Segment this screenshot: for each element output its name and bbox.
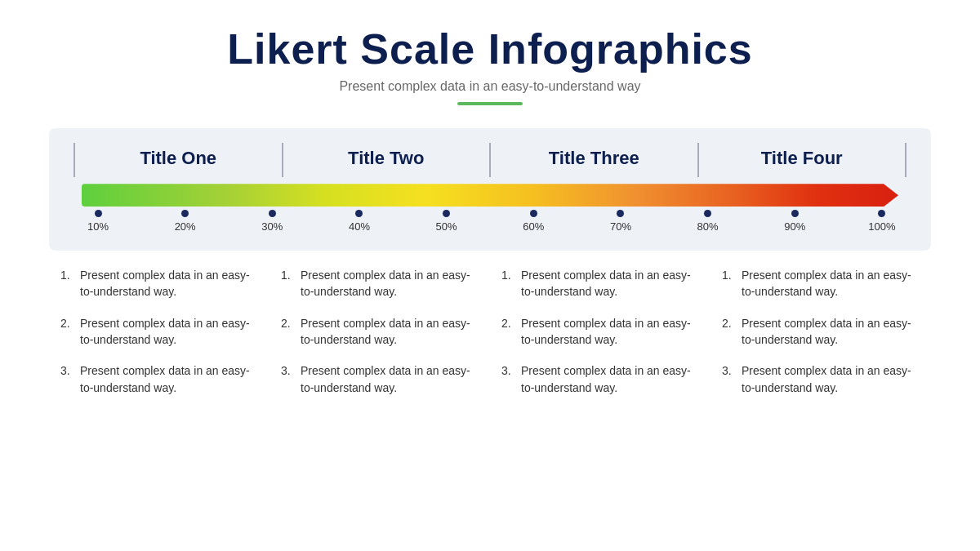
list-col-four: Present complex data in an easy-to-under… <box>710 267 931 411</box>
tick-80: 80% <box>692 210 724 233</box>
list-item: Present complex data in an easy-to-under… <box>722 315 920 349</box>
list-item: Present complex data in an easy-to-under… <box>60 315 258 349</box>
tick-label: 70% <box>610 220 631 233</box>
tick-dot <box>443 210 450 217</box>
page-header: Likert Scale Infographics Present comple… <box>227 0 752 113</box>
tick-label: 50% <box>436 220 457 233</box>
list-item: Present complex data in an easy-to-under… <box>281 362 479 396</box>
list-four: Present complex data in an easy-to-under… <box>722 267 920 396</box>
ticks-row: 10% 20% 30% 40% 50% 60% <box>82 210 898 233</box>
tick-dot <box>181 210 189 217</box>
tick-30: 30% <box>256 210 288 233</box>
list-item: Present complex data in an easy-to-under… <box>281 315 479 349</box>
list-item: Present complex data in an easy-to-under… <box>722 362 920 396</box>
list-item: Present complex data in an easy-to-under… <box>60 362 258 396</box>
col-header-three: Title Three <box>491 143 699 177</box>
tick-dot <box>95 210 102 217</box>
chart-container: Title One Title Two Title Three Title Fo… <box>49 128 931 251</box>
list-item: Present complex data in an easy-to-under… <box>501 362 699 396</box>
list-three: Present complex data in an easy-to-under… <box>501 267 699 396</box>
tick-90: 90% <box>778 210 811 233</box>
tick-dot <box>355 210 363 217</box>
tick-label: 60% <box>523 220 544 233</box>
list-item: Present complex data in an easy-to-under… <box>722 267 920 300</box>
list-item: Present complex data in an easy-to-under… <box>60 267 258 300</box>
tick-10: 10% <box>82 210 114 233</box>
tick-dot <box>269 210 276 217</box>
tick-label: 30% <box>261 220 283 233</box>
col-header-one: Title One <box>75 143 283 177</box>
tick-dot <box>530 210 537 217</box>
tick-dot <box>791 210 799 217</box>
tick-label: 80% <box>697 220 719 233</box>
list-one: Present complex data in an easy-to-under… <box>60 267 258 396</box>
bar-section: 10% 20% 30% 40% 50% 60% <box>74 184 906 233</box>
list-item: Present complex data in an easy-to-under… <box>281 267 479 300</box>
gradient-bar <box>82 184 898 207</box>
tick-dot <box>617 210 624 217</box>
tick-60: 60% <box>517 210 550 233</box>
tick-70: 70% <box>604 210 637 233</box>
tick-dot <box>704 210 711 217</box>
tick-40: 40% <box>343 210 376 233</box>
tick-50: 50% <box>430 210 463 233</box>
tick-dot <box>878 210 885 217</box>
subtitle: Present complex data in an easy-to-under… <box>227 79 752 94</box>
tick-label: 40% <box>349 220 370 233</box>
list-item: Present complex data in an easy-to-under… <box>501 315 699 349</box>
tick-100: 100% <box>866 210 898 233</box>
column-headers: Title One Title Two Title Three Title Fo… <box>74 143 906 177</box>
list-col-three: Present complex data in an easy-to-under… <box>490 267 710 411</box>
list-col-two: Present complex data in an easy-to-under… <box>270 267 490 411</box>
lists-section: Present complex data in an easy-to-under… <box>49 267 931 411</box>
col-header-four: Title Four <box>699 143 907 177</box>
main-title: Likert Scale Infographics <box>227 26 752 73</box>
col-header-two: Title Two <box>283 143 492 177</box>
tick-label: 20% <box>175 220 196 233</box>
title-underline <box>457 102 523 105</box>
tick-label: 90% <box>784 220 805 233</box>
list-col-one: Present complex data in an easy-to-under… <box>49 267 270 411</box>
tick-label: 10% <box>87 220 109 233</box>
tick-20: 20% <box>169 210 202 233</box>
tick-label: 100% <box>868 220 895 233</box>
list-item: Present complex data in an easy-to-under… <box>501 267 699 300</box>
list-two: Present complex data in an easy-to-under… <box>281 267 479 396</box>
